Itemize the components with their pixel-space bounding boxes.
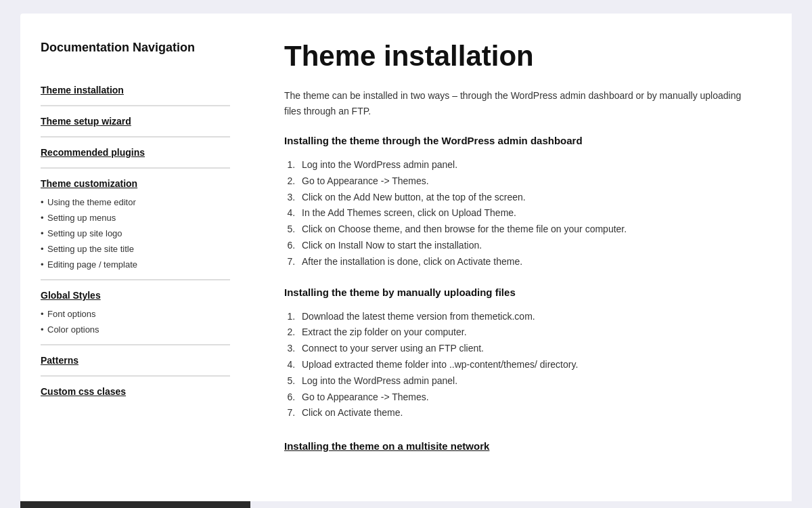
list-item: Connect to your server using an FTP clie… <box>298 341 758 357</box>
section-heading-manual: Installing the theme by manually uploadi… <box>284 287 758 298</box>
bottom-thumbnail: Getting Started <box>20 501 250 508</box>
main-content: Theme installation The theme can be inst… <box>250 14 792 501</box>
sidebar: Documentation Navigation Theme installat… <box>20 14 250 501</box>
list-item: Extract the zip folder on your computer. <box>298 324 758 341</box>
list-item: Go to Appearance -> Themes. <box>298 389 758 406</box>
nav-group-global-styles: Global Styles Font options Color options <box>41 280 230 345</box>
nav-section-customization-header[interactable]: Theme customization <box>41 169 230 194</box>
nav-item-recommended-plugins[interactable]: Recommended plugins <box>41 137 230 168</box>
list-item[interactable]: Font options <box>41 306 230 322</box>
sidebar-wrapper: Documentation Navigation Theme installat… <box>20 14 250 508</box>
list-item[interactable]: Setting up menus <box>41 210 230 226</box>
steps-list-manual: Download the latest theme version from t… <box>284 309 758 422</box>
steps-list-admin: Log into the WordPress admin panel. Go t… <box>284 157 758 270</box>
nav-sub-list-global-styles: Font options Color options <box>41 306 230 345</box>
list-item: Upload extracted theme folder into ..wp-… <box>298 357 758 373</box>
list-item[interactable]: Using the theme editor <box>41 194 230 210</box>
nav-group-setup: Theme setup wizard <box>41 106 230 137</box>
list-item[interactable]: Setting up site logo <box>41 226 230 241</box>
sidebar-title: Documentation Navigation <box>41 41 230 55</box>
section-heading-multisite[interactable]: Installing the theme on a multisite netw… <box>284 440 758 452</box>
nav-group-customization: Theme customization Using the theme edit… <box>41 169 230 280</box>
list-item[interactable]: Setting up the site title <box>41 241 230 257</box>
list-item: Click on Activate theme. <box>298 405 758 421</box>
section-heading-admin: Installing the theme through the WordPre… <box>284 135 758 146</box>
list-item[interactable]: Color options <box>41 322 230 337</box>
list-item: Click on Choose theme, and then browse f… <box>298 221 758 238</box>
list-item: Download the latest theme version from t… <box>298 309 758 325</box>
list-item[interactable]: Editing page / template <box>41 257 230 272</box>
list-item: Log into the WordPress admin panel. <box>298 157 758 173</box>
page-title: Theme installation <box>284 41 758 72</box>
list-item: Go to Appearance -> Themes. <box>298 173 758 190</box>
list-item: Click on the Add New button, at the top … <box>298 190 758 206</box>
nav-item-theme-installation[interactable]: Theme installation <box>41 75 230 106</box>
nav-item-theme-setup-wizard[interactable]: Theme setup wizard <box>41 106 230 137</box>
nav-group-plugins: Recommended plugins <box>41 137 230 169</box>
intro-text: The theme can be installed in two ways –… <box>284 88 758 119</box>
nav-item-custom-css[interactable]: Custom css clases <box>41 377 230 406</box>
nav-group-custom-css: Custom css clases <box>41 377 230 406</box>
nav-section-global-styles-header[interactable]: Global Styles <box>41 280 230 306</box>
list-item: In the Add Themes screen, click on Uploa… <box>298 205 758 221</box>
page-container: Documentation Navigation Theme installat… <box>20 14 792 508</box>
list-item: After the installation is done, click on… <box>298 254 758 270</box>
nav-sub-list-customization: Using the theme editor Setting up menus … <box>41 194 230 280</box>
nav-item-patterns[interactable]: Patterns <box>41 345 230 376</box>
nav-group-patterns: Patterns <box>41 345 230 377</box>
nav-group-top: Theme installation <box>41 75 230 106</box>
list-item: Click on Install Now to start the instal… <box>298 238 758 254</box>
list-item: Log into the WordPress admin panel. <box>298 373 758 389</box>
